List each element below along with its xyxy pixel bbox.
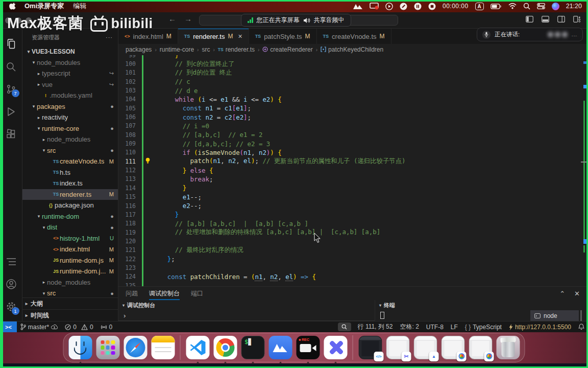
- language-mode[interactable]: { }TypeScript: [461, 321, 505, 332]
- live-server[interactable]: http://127.0.0.1:5500: [505, 321, 575, 332]
- encoding[interactable]: UTF-8: [423, 321, 447, 332]
- tree-item-packages[interactable]: ▾packages●: [22, 101, 118, 112]
- ports-item[interactable]: 0: [97, 321, 116, 332]
- code-line-109[interactable]: 109 // [d,a,b,c]; // e2 = 3: [118, 139, 581, 148]
- debug-console-input[interactable]: ›: [118, 310, 375, 321]
- toggle-panel-icon[interactable]: [542, 16, 549, 22]
- pause-button-icon[interactable]: [414, 3, 422, 10]
- menu-app-title[interactable]: Omi录屏专家: [24, 2, 64, 11]
- tree-item-histroy-1.html[interactable]: <>histroy-1.htmlU: [22, 233, 118, 244]
- spotlight-search-icon[interactable]: [523, 3, 530, 10]
- dock-notes[interactable]: [151, 336, 175, 360]
- tree-item-src[interactable]: ▾src●: [22, 145, 118, 156]
- tree-item-VUE3-LESSON[interactable]: ▾VUE3-LESSON: [22, 46, 118, 57]
- code-line-124[interactable]: 124 const patchChildren = (n1, n2, el) =…: [118, 272, 581, 281]
- code-editor[interactable]: 99 }100 // 到c的位置终止了101 // 到d的位置 终止102 //…: [118, 55, 588, 286]
- dock-vscode[interactable]: [186, 336, 210, 360]
- remote-indicator[interactable]: ><: [0, 321, 17, 332]
- code-line-107[interactable]: 107 // i =0: [118, 122, 581, 130]
- tree-item-.modules.yaml[interactable]: !.modules.yaml: [22, 90, 118, 101]
- tab-patchStyle.ts[interactable]: TSpatchStyle.tsM: [249, 29, 317, 44]
- dock-finder[interactable]: [68, 336, 92, 360]
- tree-item-nodemodules[interactable]: ▸node_modules: [22, 277, 118, 288]
- overview-ruler[interactable]: [581, 55, 588, 286]
- code-line-102[interactable]: 102 // c: [118, 77, 581, 86]
- voice-speaking-pill[interactable]: 正在讲话: ...: [477, 28, 583, 41]
- control-center-icon[interactable]: [537, 3, 545, 9]
- code-line-103[interactable]: 103 // d e: [118, 86, 581, 95]
- tree-item-dist[interactable]: ▾dist●: [22, 222, 118, 233]
- dock-window-xmind[interactable]: ✂: [386, 336, 410, 360]
- tree-item-runtime-dom[interactable]: ▾runtime-dom●: [22, 211, 118, 222]
- zoom-tool-button[interactable]: [338, 323, 351, 331]
- lightbulb-icon[interactable]: [143, 157, 152, 166]
- account-icon[interactable]: [0, 273, 22, 295]
- dock-chrome[interactable]: [213, 336, 237, 360]
- panel-tab-ports[interactable]: 端口: [191, 289, 203, 298]
- eol[interactable]: LF: [447, 321, 461, 332]
- tab-renderer.ts[interactable]: TSrenderer.tsM×: [178, 29, 249, 44]
- code-line-125[interactable]: 125: [118, 281, 581, 286]
- menu-clock[interactable]: 21:20: [566, 3, 582, 10]
- annotate-button-icon[interactable]: [400, 3, 407, 10]
- dock-xmind[interactable]: [324, 336, 348, 360]
- dock-terminal[interactable]: $▊: [241, 336, 265, 360]
- apple-menu-icon[interactable]: [9, 3, 16, 10]
- search-icon[interactable]: [0, 55, 22, 78]
- tree-item-vue[interactable]: ▸vue↪: [22, 79, 118, 90]
- code-line-110[interactable]: 110 if (isSameVnode(n1, n2)) {: [118, 148, 581, 157]
- explorer-more-icon[interactable]: ···: [106, 34, 113, 40]
- outline-section[interactable]: ▸大纲: [22, 297, 118, 309]
- customize-layout-icon[interactable]: [573, 16, 581, 22]
- explorer-icon[interactable]: [0, 33, 22, 55]
- tree-item-runtime-core[interactable]: ▾runtime-core●: [22, 123, 118, 134]
- panel-close-icon[interactable]: ✕: [574, 290, 580, 297]
- tree-item-package.json[interactable]: {}package.json: [22, 200, 118, 211]
- toggle-sidebar-icon[interactable]: [526, 16, 533, 22]
- screen-cast-icon[interactable]: [370, 3, 379, 10]
- indentation[interactable]: 空格: 2: [396, 321, 422, 332]
- code-line-117[interactable]: 117 }: [118, 210, 581, 219]
- dock-window-chrome-2[interactable]: [469, 336, 493, 360]
- code-line-99[interactable]: 99 }: [118, 55, 581, 59]
- tree-item-renderer.ts[interactable]: TSrenderer.tsM: [22, 189, 118, 200]
- play-button-icon[interactable]: [385, 3, 393, 10]
- tab-createVnode.ts[interactable]: TScreateVnode.tsM: [317, 29, 391, 44]
- source-control-icon[interactable]: 7: [0, 78, 22, 100]
- dock-window-vscode[interactable]: </>: [358, 336, 382, 360]
- tree-item-src[interactable]: ▾src●: [22, 288, 118, 297]
- panel-tab-problems[interactable]: 问题: [126, 289, 138, 298]
- code-line-112[interactable]: 112 } else {: [118, 166, 581, 174]
- dock-window-chrome-1[interactable]: [441, 336, 465, 360]
- code-line-121[interactable]: 121 // 最终比对乱序的情况: [118, 246, 581, 255]
- dock-trash[interactable]: [496, 336, 520, 360]
- notifications-bell-icon[interactable]: [575, 321, 588, 332]
- dock-safari[interactable]: [124, 336, 148, 360]
- timeline-section[interactable]: ▸时间线: [22, 309, 118, 321]
- toggle-secondary-sidebar-icon[interactable]: [557, 16, 565, 22]
- tab-index.html[interactable]: <>index.htmlM: [118, 29, 178, 44]
- panel-maximize-icon[interactable]: ⌃: [559, 290, 565, 297]
- code-line-106[interactable]: 106 const n2 = c2[e2];: [118, 112, 581, 121]
- tree-item-reactivity[interactable]: ▸reactivity: [22, 112, 118, 123]
- breadcrumb-runtime-core[interactable]: runtime-core: [160, 46, 194, 53]
- code-line-100[interactable]: 100 // 到c的位置终止了: [118, 59, 581, 68]
- outline-list-icon[interactable]: [0, 250, 22, 273]
- dock-window-max[interactable]: ▲: [413, 336, 437, 360]
- dock-launchpad[interactable]: [96, 336, 120, 360]
- max-logo-icon[interactable]: [353, 3, 363, 10]
- dock-max-app[interactable]: [268, 336, 292, 360]
- code-line-122[interactable]: 122 };: [118, 255, 581, 263]
- code-line-111[interactable]: 111 patch(n1, n2, el); // 更新当前节点的属性和儿子 (…: [118, 157, 581, 166]
- tree-item-index.ts[interactable]: TSindex.ts: [22, 178, 118, 189]
- tree-item-runtime-dom.js[interactable]: JSruntime-dom.jsM: [22, 255, 118, 266]
- code-line-108[interactable]: 108 // [a,b,c] // e1 = 2: [118, 130, 581, 139]
- stop-record-icon[interactable]: [428, 3, 436, 10]
- terminal-cursor[interactable]: [380, 312, 384, 319]
- terminal-list-item-node[interactable]: node: [530, 310, 579, 321]
- panel-tab-debug-console[interactable]: 调试控制台: [149, 287, 180, 300]
- code-line-116[interactable]: 116 e2--;: [118, 201, 581, 210]
- nav-back-icon[interactable]: ←: [168, 14, 176, 23]
- code-line-123[interactable]: 123: [118, 263, 581, 272]
- siri-icon[interactable]: [552, 3, 559, 10]
